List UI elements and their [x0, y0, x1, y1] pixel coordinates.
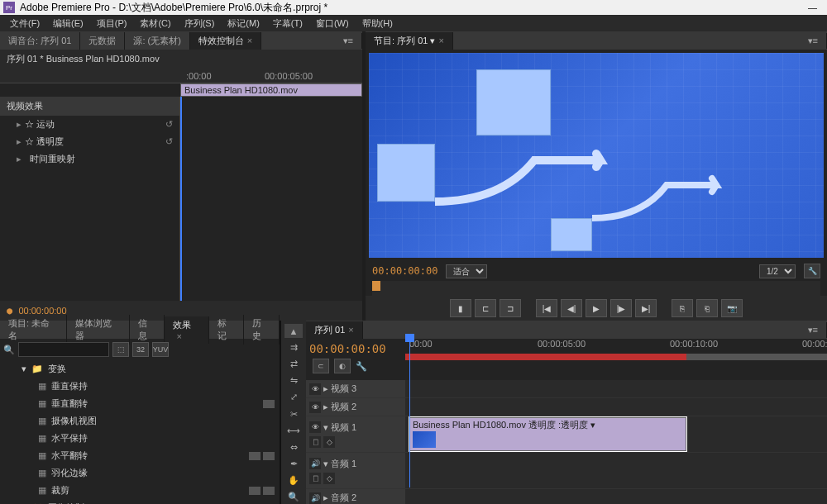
pen-tool[interactable]: ✒: [284, 457, 303, 471]
prop-time-remap[interactable]: ▸ 时间重映射: [0, 150, 179, 168]
panel-menu-button[interactable]: ▾≡: [800, 33, 827, 49]
speaker-icon[interactable]: 🔊: [309, 492, 321, 504]
effect-horizontal-flip[interactable]: ▦水平翻转: [0, 447, 280, 464]
effects-tree[interactable]: ▾📁变换 ▦垂直保持 ▦垂直翻转 ▦摄像机视图 ▦水平保持 ▦水平翻转 ▦羽化边…: [0, 360, 280, 504]
tab-source[interactable]: 源: (无素材): [125, 32, 189, 50]
settings-button[interactable]: 🔧: [804, 264, 820, 278]
prop-opacity[interactable]: ▸☆ 透明度↺: [0, 133, 179, 150]
menu-edit[interactable]: 编辑(E): [46, 16, 90, 31]
goto-out-button[interactable]: ▶|: [635, 299, 657, 317]
track-select-tool[interactable]: ⇉: [284, 340, 303, 354]
effect-keyframe-area[interactable]: [180, 97, 362, 301]
eye-icon[interactable]: 👁: [309, 421, 321, 433]
tab-effect-controls[interactable]: 特效控制台×: [190, 32, 261, 50]
close-icon[interactable]: ×: [348, 325, 353, 335]
effect-vertical-hold[interactable]: ▦垂直保持: [0, 378, 280, 395]
timeline-playhead[interactable]: [409, 339, 410, 487]
keyframe-icon[interactable]: ◇: [323, 436, 335, 448]
lock-icon[interactable]: ⎕: [309, 436, 321, 448]
effects-search-input[interactable]: [18, 342, 109, 357]
timeline-tabs: 序列 01× ▾≡: [306, 321, 827, 339]
app-icon: Pr: [3, 2, 15, 13]
fx-filter-yuv-button[interactable]: YUV: [152, 342, 169, 357]
monitor-controls-bar: 00:00:00:00 适合 1/2 🔧: [366, 261, 827, 281]
fx-filter-32bit-button[interactable]: 32: [132, 342, 149, 357]
menu-sequence[interactable]: 序列(S): [178, 16, 222, 31]
tab-sequence[interactable]: 序列 01×: [306, 321, 363, 339]
zoom-tool[interactable]: 🔍: [284, 490, 303, 504]
minimize-button[interactable]: —: [801, 2, 824, 12]
effect-vertical-flip[interactable]: ▦垂直翻转: [0, 395, 280, 412]
timeline-clip[interactable]: Business Plan HD1080.mov 透明度 :透明度 ▾: [409, 417, 686, 451]
prop-motion[interactable]: ▸☆ 运动↺: [0, 116, 179, 133]
clip-path-label: 序列 01 * Business Plan HD1080.mov: [7, 53, 160, 65]
sync-lock-button[interactable]: ◐: [334, 359, 351, 373]
razor-tool[interactable]: ✂: [284, 407, 303, 421]
mark-out-button[interactable]: ⊐: [500, 299, 521, 317]
menu-clip[interactable]: 素材(C): [133, 16, 177, 31]
rolling-edit-tool[interactable]: ⇋: [284, 373, 303, 388]
program-monitor-viewport[interactable]: [369, 53, 824, 258]
menu-window[interactable]: 窗口(W): [309, 16, 356, 31]
work-area-bar[interactable]: [405, 354, 827, 360]
add-marker-button[interactable]: ▮: [450, 299, 471, 317]
tab-program-monitor[interactable]: 节目: 序列 01 ▾×: [366, 32, 453, 50]
track-video-3[interactable]: 👁▸视频 3: [306, 380, 827, 398]
lift-button[interactable]: ⎘: [672, 299, 693, 317]
menu-project[interactable]: 项目(P): [90, 16, 134, 31]
lock-icon[interactable]: ⎕: [309, 473, 321, 484]
effect-controls-ruler[interactable]: :00:00 00:00:05:00: [0, 69, 362, 83]
slide-tool[interactable]: ⇔: [284, 440, 303, 454]
speaker-icon[interactable]: 🔊: [309, 458, 321, 469]
effect-crop[interactable]: ▦裁剪: [0, 482, 280, 499]
track-video-1[interactable]: 👁▾视频 1 ⎕◇ Business Plan HD1080.mov 透明度 :…: [306, 416, 827, 453]
reset-icon[interactable]: ↺: [165, 136, 173, 147]
keyframe-icon[interactable]: ◇: [323, 473, 335, 484]
effect-controls-header: 序列 01 * Business Plan HD1080.mov: [0, 50, 362, 69]
menu-title[interactable]: 字幕(T): [266, 16, 309, 31]
slip-tool[interactable]: ⟷: [284, 424, 303, 438]
folder-image-control[interactable]: ▸📁图像控制: [0, 499, 280, 504]
play-button[interactable]: ▶: [586, 299, 607, 317]
timeline-timecode[interactable]: 00:00:00:00: [309, 342, 402, 355]
step-forward-button[interactable]: |▶: [610, 299, 632, 317]
track-video-2[interactable]: 👁▸视频 2: [306, 398, 827, 416]
snap-button[interactable]: ⊂: [313, 359, 329, 373]
close-icon[interactable]: ×: [247, 36, 252, 45]
menu-file[interactable]: 文件(F): [3, 16, 46, 31]
track-audio-1[interactable]: 🔊▾音频 1 ⎕◇: [306, 453, 827, 489]
zoom-fit-select[interactable]: 适合: [446, 264, 487, 278]
fx-filter-accel-button[interactable]: ⬚: [112, 342, 129, 357]
mark-in-button[interactable]: ⊏: [475, 299, 496, 317]
panel-menu-button[interactable]: ▾≡: [800, 322, 827, 338]
extract-button[interactable]: ⎗: [696, 299, 718, 317]
timeline-ruler[interactable]: 00:00 00:00:05:00 00:00:10:00 00:00:15:0…: [405, 339, 827, 352]
close-icon[interactable]: ×: [438, 36, 443, 45]
panel-menu-button[interactable]: ▾≡: [335, 33, 362, 49]
effect-camera-view[interactable]: ▦摄像机视图: [0, 412, 280, 430]
effect-clip-strip[interactable]: Business Plan HD1080.mov: [180, 83, 362, 97]
reset-icon[interactable]: ↺: [165, 119, 173, 130]
folder-transform[interactable]: ▾📁变换: [0, 360, 280, 378]
menu-help[interactable]: 帮助(H): [356, 16, 399, 31]
effect-horizontal-hold[interactable]: ▦水平保持: [0, 430, 280, 447]
export-frame-button[interactable]: 📷: [721, 299, 743, 317]
tab-audio-mixer[interactable]: 调音台: 序列 01: [0, 32, 80, 50]
selection-tool[interactable]: ▲: [284, 324, 303, 338]
resolution-select[interactable]: 1/2: [759, 264, 796, 278]
rate-stretch-tool[interactable]: ⤢: [284, 390, 303, 404]
eye-icon[interactable]: 👁: [309, 383, 321, 395]
program-time-ruler[interactable]: [372, 281, 820, 296]
eye-icon[interactable]: 👁: [309, 402, 321, 413]
step-back-button[interactable]: ◀|: [561, 299, 582, 317]
hand-tool[interactable]: ✋: [284, 473, 303, 487]
menu-marker[interactable]: 标记(M): [221, 16, 266, 31]
playhead-icon[interactable]: [372, 281, 380, 291]
effect-feather-edges[interactable]: ▦羽化边缘: [0, 464, 280, 482]
wrench-icon[interactable]: 🔧: [356, 361, 367, 372]
tab-metadata[interactable]: 元数据: [80, 32, 125, 50]
ripple-edit-tool[interactable]: ⇄: [284, 357, 303, 371]
track-audio-2[interactable]: 🔊▸音频 2: [306, 489, 827, 504]
goto-in-button[interactable]: |◀: [536, 299, 557, 317]
program-timecode[interactable]: 00:00:00:00: [372, 265, 437, 277]
